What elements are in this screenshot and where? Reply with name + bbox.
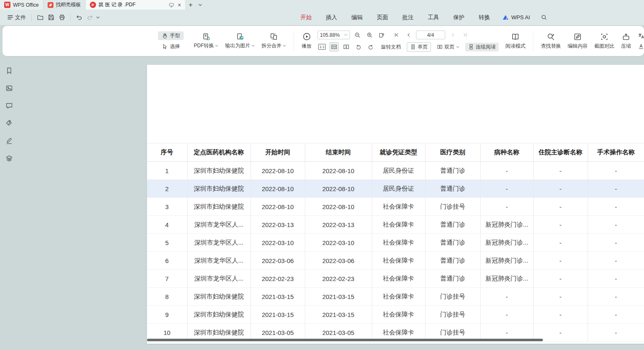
edit-content-button[interactable]: 编辑内容: [564, 32, 591, 51]
file-menu-button[interactable]: 文件: [5, 12, 28, 23]
rotate-right-button[interactable]: [366, 42, 375, 51]
table-cell: 2022-02-23: [305, 270, 372, 288]
screenshot-compare-button[interactable]: 截图对比: [591, 32, 618, 51]
pdf-convert-button[interactable]: PDF转换: [190, 32, 222, 50]
next-page-button[interactable]: [448, 31, 457, 40]
menu-search-button[interactable]: [541, 14, 547, 20]
rotate-document-button[interactable]: 旋转文档: [378, 43, 404, 51]
save-button[interactable]: [46, 12, 56, 23]
page-number-input[interactable]: 4/4: [416, 31, 445, 39]
single-page-button[interactable]: 单页: [407, 42, 431, 52]
zoom-in-button[interactable]: [365, 31, 374, 40]
table-cell: -: [480, 180, 533, 198]
ribbon-tab[interactable]: 编辑: [351, 14, 363, 21]
table-cell: 2021-03-15: [305, 288, 372, 306]
divider: [533, 31, 533, 51]
redo-button[interactable]: [84, 12, 95, 23]
close-tab-icon[interactable]: ×: [177, 2, 183, 8]
wps-ai-button[interactable]: WPS AI: [502, 14, 530, 20]
monitor-icon[interactable]: [169, 3, 174, 8]
table-cell: 普通门诊: [425, 180, 480, 198]
fit-window-icon[interactable]: [377, 31, 386, 40]
table-cell: -: [588, 270, 644, 288]
comment-panel-button[interactable]: [5, 101, 14, 110]
previous-page-button[interactable]: [404, 31, 413, 40]
word-translate-button[interactable]: 划词翻译: [638, 43, 644, 50]
table-cell: 普通门诊: [425, 216, 480, 234]
select-tool-button[interactable]: 选择: [158, 42, 184, 51]
table-cell: 新冠肺炎门诊...: [480, 252, 533, 270]
ribbon-tab[interactable]: 插入: [326, 14, 337, 21]
hand-tool-button[interactable]: 手型: [158, 31, 184, 40]
play-button[interactable]: 播放: [298, 31, 315, 51]
read-mode-button[interactable]: 阅读模式: [502, 32, 529, 51]
fit-page-button[interactable]: [342, 42, 351, 51]
chevron-down-icon: [456, 46, 459, 48]
table-row: 5深圳市龙华区人...2022-03-102022-03-10社会保障卡普通门诊…: [147, 234, 644, 252]
chevron-down-icon: [283, 45, 286, 47]
docer-template-tab[interactable]: 找稻壳模板: [43, 0, 86, 10]
open-file-button[interactable]: [35, 12, 46, 23]
table-cell: 深圳市龙华区人...: [187, 252, 251, 270]
zoom-level-value: 105.88%: [320, 32, 340, 38]
table-cell: 深圳市龙华区人...: [187, 216, 251, 234]
undo-history-chevron-icon[interactable]: [95, 16, 101, 19]
continuous-reading-button[interactable]: 连续阅读: [465, 43, 499, 51]
signature-panel-button[interactable]: [5, 136, 14, 146]
last-page-button[interactable]: [460, 31, 469, 40]
ribbon-tab[interactable]: 工具: [428, 14, 439, 21]
split-merge-button[interactable]: 拆分合并: [258, 32, 289, 50]
table-cell: 9: [147, 306, 187, 324]
layers-panel-button[interactable]: [5, 154, 14, 163]
table-cell: -: [588, 180, 644, 198]
table-cell: 普通门诊: [425, 234, 480, 252]
tab-list-chevron-icon[interactable]: [196, 0, 204, 10]
full-translate-button[interactable]: 全文翻译: [638, 32, 644, 39]
rotate-left-button[interactable]: [354, 42, 363, 51]
table-cell: 6: [147, 252, 187, 270]
table-cell: 普通门诊: [425, 270, 480, 288]
find-replace-button[interactable]: 查找替换: [538, 32, 564, 51]
table-cell: 2: [147, 180, 187, 198]
table-cell: 社会保障卡: [372, 306, 425, 324]
app-home-tab[interactable]: W WPS Office: [0, 0, 43, 10]
file-menu-label: 文件: [15, 14, 26, 21]
undo-button[interactable]: [74, 12, 84, 23]
new-tab-button[interactable]: +: [185, 0, 196, 10]
table-cell: 深圳市龙华区人...: [187, 270, 251, 288]
print-button[interactable]: [56, 12, 67, 23]
zoom-out-button[interactable]: [353, 31, 362, 40]
ribbon-tab[interactable]: 保护: [453, 14, 464, 21]
table-cell: 2022-03-06: [305, 252, 372, 270]
table-cell: -: [533, 288, 588, 306]
table-row: 3深圳市妇幼保健院2022-08-102022-08-10社会保障卡门诊挂号--…: [147, 198, 644, 216]
double-page-button[interactable]: 双页: [434, 43, 462, 51]
table-row: 4深圳市龙华区人...2022-03-132022-03-13社会保障卡普通门诊…: [147, 216, 644, 234]
document-tab[interactable]: P 就 医 记 录 .PDF ×: [86, 0, 185, 10]
actual-size-button[interactable]: 1:1: [317, 42, 327, 51]
export-image-button[interactable]: 输出为图片: [222, 32, 258, 50]
table-cell: 社会保障卡: [372, 216, 425, 234]
table-cell: 2022-02-23: [251, 270, 305, 288]
horizontal-scrollbar-thumb[interactable]: [147, 339, 543, 341]
attachment-panel-button[interactable]: [5, 119, 14, 128]
zoom-level-select[interactable]: 105.88%: [317, 31, 350, 39]
compress-button[interactable]: 压缩: [618, 32, 634, 51]
fit-width-button[interactable]: [330, 42, 339, 51]
first-page-button[interactable]: [392, 31, 401, 40]
continuous-reading-label: 连续阅读: [476, 43, 496, 51]
ribbon-tab[interactable]: 转换: [479, 14, 490, 21]
table-cell: 居民身份证: [372, 180, 425, 198]
table-header-cell: 定点医药机构名称: [187, 143, 251, 162]
search-icon: [541, 14, 547, 20]
ribbon-tab[interactable]: 开始: [300, 14, 312, 21]
ribbon-tab[interactable]: 批注: [402, 14, 413, 21]
thumbnail-panel-button[interactable]: [5, 84, 14, 93]
cursor-icon: [162, 43, 168, 50]
table-cell: 4: [147, 216, 187, 234]
table-cell: -: [533, 306, 588, 324]
ribbon-tab[interactable]: 页面: [377, 14, 388, 21]
bookmark-panel-button[interactable]: [5, 66, 14, 75]
document-area[interactable]: 序号定点医药机构名称开始时间结束时间就诊凭证类型医疗类别病种名称住院主诊断名称手…: [18, 56, 644, 350]
table-cell: -: [588, 288, 644, 306]
